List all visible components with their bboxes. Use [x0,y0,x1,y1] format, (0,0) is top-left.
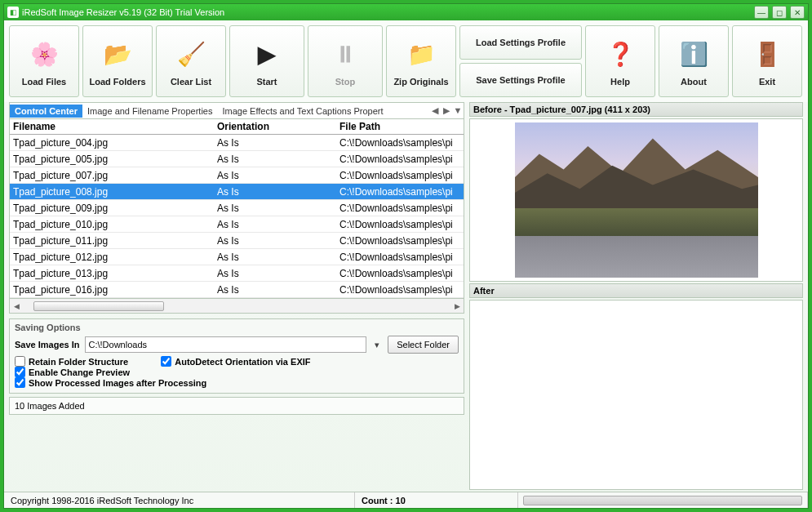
load-folders-button[interactable]: 📂 Load Folders [82,25,153,97]
clear-list-button[interactable]: 🧹 Clear List [156,25,226,97]
col-filename[interactable]: Filename [10,119,214,134]
before-preview-box [469,118,803,282]
saving-options-heading: Saving Options [15,323,459,332]
file-grid: Filename Orientation File Path Tpad_pict… [9,118,464,299]
images-added-status: 10 Images Added [9,397,464,415]
scroll-left-icon[interactable]: ◀ [11,302,22,310]
cell-filename: Tpad_picture_008.jpg [10,185,214,199]
cell-filename: Tpad_picture_016.jpg [10,283,214,297]
tab-control-center[interactable]: Control Center [10,105,82,118]
cell-orientation: As Is [214,266,336,281]
info-icon: ℹ️ [676,36,712,72]
cell-filepath: C:\!Downloads\samples\pi [336,234,464,248]
exit-label: Exit [759,77,775,87]
table-row[interactable]: Tpad_picture_016.jpgAs IsC:\!Downloads\s… [10,282,464,298]
cell-orientation: As Is [214,250,336,265]
cell-orientation: As Is [214,136,336,150]
table-row[interactable]: Tpad_picture_004.jpgAs IsC:\!Downloads\s… [10,135,464,151]
table-row[interactable]: Tpad_picture_010.jpgAs IsC:\!Downloads\s… [10,216,464,233]
load-files-button[interactable]: 🌸 Load Files [9,25,79,97]
stop-button[interactable]: ⏸ Stop [308,25,383,97]
maximize-button[interactable]: ◻ [772,6,787,19]
help-button[interactable]: ❓ Help [585,25,655,97]
cell-filepath: C:\!Downloads\samples\pi [336,185,464,199]
window-title: iRedSoft Image Resizer v5.19 (32 Bit) Tr… [22,7,754,17]
load-folders-label: Load Folders [89,77,145,87]
cell-orientation: As Is [214,185,336,199]
clear-list-label: Clear List [171,77,211,87]
col-filepath[interactable]: File Path [336,119,464,134]
cell-orientation: As Is [214,234,336,248]
table-row[interactable]: Tpad_picture_009.jpgAs IsC:\!Downloads\s… [10,200,464,216]
save-path-dropdown-icon[interactable]: ▾ [371,340,383,350]
zip-originals-button[interactable]: 📁 Zip Originals [386,25,456,97]
cell-filepath: C:\!Downloads\samples\pi [336,266,464,281]
cell-filepath: C:\!Downloads\samples\pi [336,136,464,150]
cell-filepath: C:\!Downloads\samples\pi [336,217,464,232]
stop-label: Stop [335,77,355,87]
grid-horizontal-scrollbar[interactable]: ◀ ▶ [9,299,464,314]
save-profile-label: Save Settings Profile [476,75,565,85]
retain-folder-checkbox[interactable]: Retain Folder Structure [15,356,128,367]
cell-filename: Tpad_picture_009.jpg [10,201,214,216]
saving-options-panel: Saving Options Save Images In ▾ Select F… [9,318,464,394]
cell-filename: Tpad_picture_007.jpg [10,168,214,183]
load-profile-label: Load Settings Profile [476,38,566,47]
tab-dropdown-icon[interactable]: ▼ [452,105,464,116]
tab-scroll-left-icon[interactable]: ◀ [429,105,441,116]
help-label: Help [610,77,630,87]
progress-cell [518,492,808,508]
cell-filepath: C:\!Downloads\samples\pi [336,168,464,183]
tab-scroll-right-icon[interactable]: ▶ [441,105,452,116]
flower-image-icon: 🌸 [26,36,62,72]
cell-orientation: As Is [214,152,336,167]
col-orientation[interactable]: Orientation [214,119,336,134]
app-icon: ◧ [7,7,19,18]
autodetect-exif-checkbox[interactable]: AutoDetect Orientation via EXIF [161,356,310,367]
start-button[interactable]: ▶ Start [229,25,304,97]
cell-filepath: C:\!Downloads\samples\pi [336,250,464,265]
exit-button[interactable]: 🚪 Exit [732,25,802,97]
cell-filename: Tpad_picture_010.jpg [10,217,214,232]
save-images-in-label: Save Images In [15,340,80,349]
about-button[interactable]: ℹ️ About [659,25,729,97]
load-settings-profile-button[interactable]: Load Settings Profile [459,25,582,60]
table-row[interactable]: Tpad_picture_012.jpgAs IsC:\!Downloads\s… [10,249,464,265]
close-button[interactable]: ✕ [790,6,805,19]
progress-bar [523,496,802,505]
load-files-label: Load Files [22,77,66,87]
table-row[interactable]: Tpad_picture_013.jpgAs IsC:\!Downloads\s… [10,265,464,282]
enable-preview-checkbox[interactable]: Enable Change Preview [15,367,459,377]
clear-icon: 🧹 [173,36,209,72]
table-row[interactable]: Tpad_picture_007.jpgAs IsC:\!Downloads\s… [10,167,464,184]
select-folder-button[interactable]: Select Folder [388,336,459,354]
cell-filename: Tpad_picture_012.jpg [10,250,214,265]
cell-filename: Tpad_picture_004.jpg [10,136,214,150]
table-row[interactable]: Tpad_picture_005.jpgAs IsC:\!Downloads\s… [10,151,464,167]
grid-header: Filename Orientation File Path [10,119,464,135]
minimize-button[interactable]: — [754,6,769,19]
cell-filename: Tpad_picture_011.jpg [10,234,214,248]
table-row[interactable]: Tpad_picture_011.jpgAs IsC:\!Downloads\s… [10,233,464,249]
show-processed-checkbox[interactable]: Show Processed Images after Processing [15,377,459,388]
title-bar: ◧ iRedSoft Image Resizer v5.19 (32 Bit) … [4,4,808,20]
folder-dark-icon: 📁 [403,36,439,72]
cell-filename: Tpad_picture_013.jpg [10,266,214,281]
play-icon: ▶ [249,36,285,72]
zip-label: Zip Originals [393,77,448,87]
scroll-thumb[interactable] [33,301,164,311]
tab-strip: Control Center Image and Filename Proper… [9,102,464,118]
copyright-text: Copyright 1998-2016 iRedSoft Technology … [4,492,355,508]
tab-image-effects[interactable]: Image Effects and Text Captions Propert [217,105,388,118]
about-label: About [681,77,707,87]
after-preview-box [469,300,803,490]
status-bar: Copyright 1998-2016 iRedSoft Technology … [4,492,808,508]
tab-image-properties[interactable]: Image and Filename Properties [82,105,217,118]
save-images-in-input[interactable] [85,336,367,353]
main-toolbar: 🌸 Load Files 📂 Load Folders 🧹 Clear List… [4,20,808,102]
folder-icon: 📂 [100,36,135,72]
save-settings-profile-button[interactable]: Save Settings Profile [459,63,582,97]
table-row[interactable]: Tpad_picture_008.jpgAs IsC:\!Downloads\s… [10,184,464,200]
count-text: Count : 10 [355,492,518,508]
scroll-right-icon[interactable]: ▶ [451,302,463,310]
